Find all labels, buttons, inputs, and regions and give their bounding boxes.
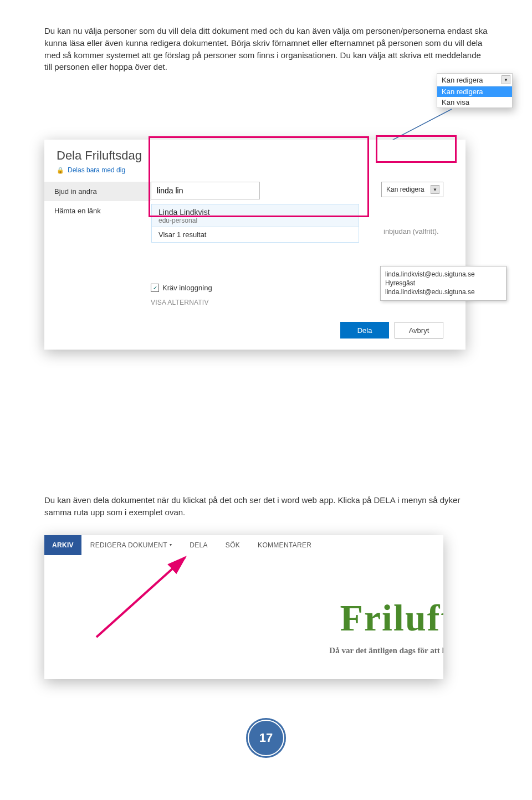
tooltip-email-repeat: linda.lindkvist@edu.sigtuna.se [385, 288, 502, 296]
permission-select[interactable]: Kan redigera ▼ [381, 182, 443, 197]
people-suggestion-list: Linda Lindkvist edu-personal Visar 1 res… [151, 204, 359, 243]
contact-tooltip: linda.lindkvist@edu.sigtuna.se Hyresgäst… [380, 266, 507, 301]
sidebar-invite-others[interactable]: Bjud in andra [44, 182, 151, 201]
share-dialog-screenshot: Kan redigera ▼ Kan redigera Kan visa Del… [44, 140, 488, 439]
lock-icon: 🔒 [57, 167, 64, 174]
word-webapp-screenshot: ARKIV REDIGERA DOKUMENT▾ DELA SÖK KOMMEN… [44, 535, 443, 679]
permission-dropdown-open: Kan redigera ▼ Kan redigera Kan visa [437, 73, 513, 108]
ribbon-tab-comments[interactable]: KOMMENTARER [249, 535, 320, 555]
suggestion-name: Linda Lindkvist [158, 208, 352, 217]
tooltip-role: Hyresgäst [385, 279, 502, 288]
permission-select-label: Kan redigera [386, 186, 424, 193]
dialog-sidebar: Bjud in andra Hämta en länk [44, 182, 151, 339]
shared-with-label: Delas bara med dig [68, 166, 125, 174]
document-subheading: Då var det äntligen dags för att kor [329, 646, 443, 655]
sidebar-get-link[interactable]: Hämta en länk [44, 201, 151, 220]
mid-paragraph: Du kan även dela dokumentet när du klick… [44, 494, 488, 519]
caret-down-icon: ▼ [431, 185, 439, 194]
annotation-arrow-icon [91, 554, 196, 643]
require-login-checkbox[interactable]: ✓ [151, 284, 159, 292]
suggestion-org: edu-personal [158, 217, 352, 224]
word-ribbon: ARKIV REDIGERA DOKUMENT▾ DELA SÖK KOMMEN… [44, 535, 443, 555]
invite-note-placeholder: inbjudan (valfritt). [383, 227, 439, 235]
share-button[interactable]: Dela [340, 322, 389, 339]
caret-down-icon: ▼ [502, 75, 510, 84]
ribbon-tab-share[interactable]: DELA [181, 535, 217, 555]
svg-line-0 [388, 109, 452, 142]
require-login-label: Kräv inloggning [162, 284, 212, 292]
ribbon-tab-file[interactable]: ARKIV [44, 535, 81, 555]
ribbon-tab-search[interactable]: SÖK [217, 535, 249, 555]
permission-option-view[interactable]: Kan visa [437, 97, 512, 107]
invite-name-input[interactable] [151, 182, 260, 199]
permission-dropdown-label: Kan redigera [442, 76, 483, 84]
dialog-title: Dela Friluftsdag [44, 140, 466, 165]
svg-line-1 [96, 557, 185, 637]
intro-paragraph: Du kan nu välja personer som du vill del… [44, 25, 488, 73]
cancel-button[interactable]: Avbryt [395, 322, 443, 339]
page-number-badge: 17 [246, 718, 286, 758]
caret-down-icon: ▾ [170, 542, 172, 547]
document-heading: Friluft [340, 596, 443, 640]
people-suggestion-item[interactable]: Linda Lindkvist edu-personal [152, 204, 359, 227]
suggestion-count: Visar 1 resultat [152, 227, 359, 242]
permission-option-edit[interactable]: Kan redigera [437, 86, 512, 97]
ribbon-tab-edit-document[interactable]: REDIGERA DOKUMENT▾ [81, 535, 181, 555]
tooltip-email: linda.lindkvist@edu.sigtuna.se [385, 270, 502, 279]
share-dialog: Dela Friluftsdag 🔒 Delas bara med dig Bj… [44, 140, 466, 350]
